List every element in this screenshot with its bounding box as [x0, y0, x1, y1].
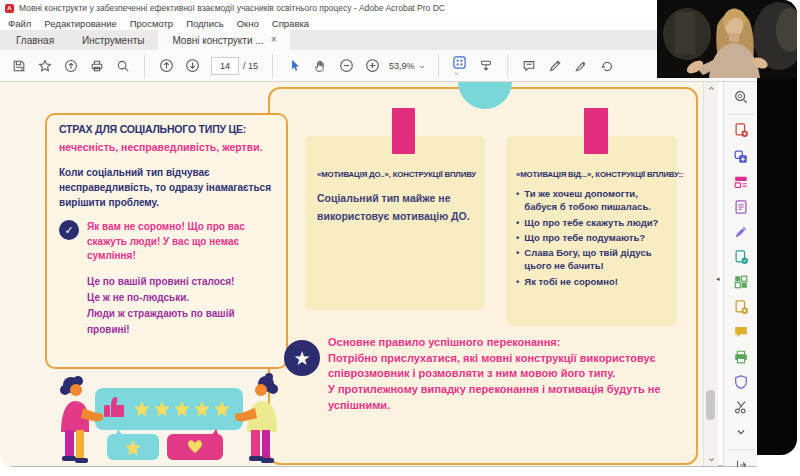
grid-icon	[733, 274, 749, 294]
find-button[interactable]	[110, 54, 136, 78]
fill-sign-tool[interactable]	[728, 221, 754, 246]
menu-item[interactable]: Окно	[237, 18, 259, 29]
protect-tool[interactable]	[728, 371, 754, 396]
scroll-down-icon[interactable]	[704, 455, 718, 464]
toolbar-file-group	[6, 54, 136, 78]
bullet-item: • Що про тебе подумають?	[516, 231, 667, 244]
request-signatures-tool[interactable]	[728, 246, 754, 271]
fear-subtitle: нечесність, несправедливість, жертви.	[59, 141, 274, 153]
star-icon	[38, 59, 52, 73]
menu-item[interactable]: Подпись	[186, 18, 224, 29]
bullet-dot: •	[516, 231, 519, 244]
stamp-tool-button[interactable]	[594, 54, 620, 78]
page-total-label: / 15	[243, 61, 258, 71]
zoom-in-button[interactable]	[359, 54, 385, 78]
compress-pdf-tool[interactable]	[728, 296, 754, 321]
rule-title: Основне правило успішного переконання:	[328, 334, 700, 351]
title-bar: A Мовні конструкти у забезпеченні ефекти…	[0, 0, 757, 16]
circle-down-icon	[185, 58, 200, 73]
doc-badge-plus-icon	[733, 122, 749, 142]
fear-examples: Це по вашій провині сталося!Це ж не по-л…	[87, 274, 274, 338]
scroll-up-icon[interactable]	[704, 84, 718, 93]
combine-files-tool[interactable]	[728, 146, 754, 171]
print-button[interactable]	[84, 54, 110, 78]
menu-item[interactable]: Редактирование	[44, 18, 116, 29]
motivation-from-title: «МОТИВАЦІЯ ВІД...», КОНСТРУКЦІЇ ВПЛИВУ::	[516, 170, 667, 179]
tab[interactable]: Главная ×	[2, 30, 68, 50]
page-display-button[interactable]	[447, 54, 473, 78]
favorites-star-button[interactable]	[32, 54, 58, 78]
rule-block: Основне правило успішного переконання: П…	[328, 334, 700, 414]
hand-tool-button[interactable]	[307, 54, 333, 78]
next-page-button[interactable]	[179, 54, 205, 78]
toolbar-nav-group	[144, 54, 205, 78]
print-production-tool[interactable]	[728, 346, 754, 371]
select-tool-button[interactable]	[281, 54, 307, 78]
bullet-dot: •	[516, 216, 519, 229]
scrollbar-thumb[interactable]	[706, 390, 715, 420]
pink-tape-decoration	[584, 108, 608, 154]
bubble-fill-icon	[733, 324, 749, 344]
scissors-icon	[733, 399, 749, 419]
combine-icon	[733, 149, 749, 169]
bullet-item: • Що про тебе скажуть люди?	[516, 216, 667, 229]
collapse-tools-panel[interactable]	[728, 449, 754, 467]
comment-button[interactable]	[516, 54, 542, 78]
export-pdf-tool[interactable]	[728, 196, 754, 221]
zoom-out-button[interactable]	[333, 54, 359, 78]
motivation-from-bullets: • Ти же хочеш допомогти, бабуся б тобою …	[516, 187, 667, 288]
rule-lines: Потрібно прислухатися, які мовні констру…	[328, 351, 700, 415]
previous-page-button[interactable]	[153, 54, 179, 78]
more-tools[interactable]	[728, 396, 754, 421]
rule-line: У протилежному випадку переконання і мот…	[328, 382, 700, 414]
present-icon	[479, 59, 493, 73]
menu-item[interactable]: Просмотр	[130, 18, 173, 29]
zoom-dropdown-caret-icon[interactable]	[418, 57, 426, 75]
edit-layout-icon	[733, 174, 749, 194]
doc-badge-check-icon	[733, 249, 749, 269]
toolbar-mode-group	[438, 54, 499, 78]
organize-pages-tool[interactable]	[728, 271, 754, 296]
page-indicator: 14 / 15	[211, 57, 258, 75]
tab-label: Мовні конструкти ...	[172, 35, 263, 46]
toolbar-view-group	[272, 54, 385, 78]
reading-mode-button[interactable]	[473, 54, 499, 78]
circle-minus-icon	[339, 58, 354, 73]
tab-close-icon[interactable]: ×	[271, 35, 277, 45]
edit-pdf-tool[interactable]	[728, 171, 754, 196]
fear-quote: Як вам не соромно! Що про вас скажуть лю…	[87, 220, 274, 264]
motivation-to-body: Соціальний тип майже не використовує мот…	[317, 189, 473, 226]
menu-item[interactable]: Файл	[8, 18, 31, 29]
doc-lines-icon	[733, 199, 749, 219]
menu-item[interactable]: Справка	[272, 18, 309, 29]
panel-collapse-arrow-icon[interactable]: ◂	[716, 270, 723, 288]
presenter-video	[657, 0, 797, 78]
circle-plus-icon	[365, 58, 380, 73]
pencil-tool-button[interactable]	[542, 54, 568, 78]
zoom-level-display: 53,9%	[389, 61, 415, 71]
search-tool[interactable]	[728, 86, 754, 111]
create-pdf-tool[interactable]	[728, 114, 754, 146]
menu-bar: ФайлРедактированиеПросмотрПодписьОкноСпр…	[0, 16, 757, 30]
magnifier-lg-icon	[733, 89, 749, 109]
shared-screen-frame: A Мовні конструкти у забезпеченні ефекти…	[0, 0, 797, 467]
save-button[interactable]	[6, 54, 32, 78]
tab-label: Инструменты	[82, 35, 144, 46]
tab[interactable]: Мовні конструкти ... ×	[158, 30, 290, 50]
main-area: «МОТИВАЦІЯ ДО..», КОНСТРУКЦІЇ ВПЛИВУ Соц…	[0, 82, 757, 466]
page-number-input[interactable]: 14	[211, 57, 239, 75]
collapse-right-icon	[734, 458, 748, 467]
hand-icon	[313, 59, 327, 73]
bullet-dot: •	[516, 246, 519, 273]
star-badge-icon: ★	[284, 340, 320, 376]
pointer-icon	[288, 59, 301, 72]
share-upload-button[interactable]	[58, 54, 84, 78]
tab[interactable]: Инструменты ×	[68, 30, 158, 50]
toolbar-annotate-group	[507, 54, 620, 78]
sign-button[interactable]	[568, 54, 594, 78]
tools-chevron-down[interactable]	[728, 421, 754, 446]
webcam-overlay	[657, 0, 797, 78]
chevron-down-icon	[734, 425, 748, 443]
comment-tool[interactable]	[728, 321, 754, 346]
zoom-control[interactable]: 53,9%	[389, 57, 426, 75]
